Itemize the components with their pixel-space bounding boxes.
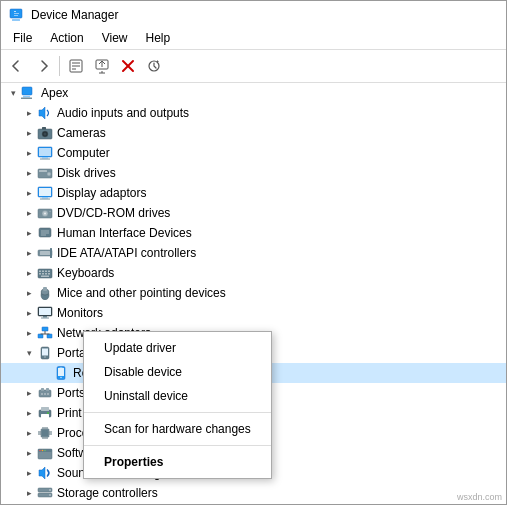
tree-item-mice[interactable]: Mice and other pointing devices [1, 283, 506, 303]
svg-rect-17 [21, 98, 32, 100]
expand-apex[interactable] [5, 85, 21, 101]
expand-computer[interactable] [21, 145, 37, 161]
monitors-icon [37, 305, 53, 321]
back-button[interactable] [5, 54, 29, 78]
mice-icon [37, 285, 53, 301]
svg-rect-62 [41, 318, 49, 319]
svg-rect-84 [41, 414, 49, 418]
tree-item-audio[interactable]: Audio inputs and outputs [1, 103, 506, 123]
context-menu-scan[interactable]: Scan for hardware changes [84, 417, 271, 441]
title-bar-icon [9, 7, 25, 23]
tree-item-keyboards[interactable]: Keyboards [1, 263, 506, 283]
watermark: wsxdn.com [457, 492, 502, 502]
svg-point-80 [44, 393, 46, 395]
tree-item-hid[interactable]: Human Interface Devices [1, 223, 506, 243]
svg-rect-65 [47, 334, 52, 338]
storage-icon [37, 485, 53, 501]
svg-rect-63 [42, 327, 48, 331]
context-menu-properties[interactable]: Properties [84, 450, 271, 474]
svg-rect-83 [41, 407, 49, 411]
svg-rect-50 [39, 273, 41, 275]
context-menu-uninstall[interactable]: Uninstall device [84, 384, 271, 408]
tree-item-cameras[interactable]: Cameras [1, 123, 506, 143]
context-menu-disable[interactable]: Disable device [84, 360, 271, 384]
tree-item-storage[interactable]: Storage controllers [1, 483, 506, 503]
redmi-icon [53, 365, 69, 381]
expand-audio[interactable] [21, 105, 37, 121]
expand-cameras[interactable] [21, 125, 37, 141]
context-menu: Update driver Disable device Uninstall d… [83, 331, 272, 479]
expand-print[interactable] [21, 405, 37, 421]
menu-file[interactable]: File [5, 29, 40, 47]
expand-storage[interactable] [21, 485, 37, 501]
svg-rect-58 [43, 287, 47, 291]
svg-rect-3 [14, 13, 19, 14]
expand-display[interactable] [21, 185, 37, 201]
expand-sound[interactable] [21, 465, 37, 481]
svg-point-81 [47, 393, 49, 395]
expand-network[interactable] [21, 325, 37, 341]
expand-mice[interactable] [21, 285, 37, 301]
svg-rect-73 [58, 368, 64, 376]
svg-rect-31 [39, 188, 51, 196]
svg-rect-53 [48, 273, 50, 275]
expand-portable[interactable] [21, 345, 37, 361]
scan-button[interactable] [142, 54, 166, 78]
expand-ide[interactable] [21, 245, 37, 261]
svg-rect-32 [42, 197, 48, 199]
svg-rect-28 [39, 170, 47, 172]
tree-item-display[interactable]: Display adaptors [1, 183, 506, 203]
tree-item-disk[interactable]: Disk drives [1, 163, 506, 183]
keyboards-label: Keyboards [57, 266, 114, 280]
dvd-label: DVD/CD-ROM drives [57, 206, 170, 220]
expand-monitors[interactable] [21, 305, 37, 321]
tree-item-ide[interactable]: IDE ATA/ATAPI controllers [1, 243, 506, 263]
proc-icon [37, 425, 53, 441]
svg-point-102 [44, 450, 46, 452]
svg-rect-26 [40, 159, 50, 160]
disk-icon [37, 165, 53, 181]
tree-item-computer[interactable]: Computer [1, 143, 506, 163]
menu-help[interactable]: Help [138, 29, 179, 47]
expand-hid[interactable] [21, 225, 37, 241]
expand-soft[interactable] [21, 445, 37, 461]
tree-item-dvd[interactable]: DVD/CD-ROM drives [1, 203, 506, 223]
tree-item-monitors[interactable]: Monitors [1, 303, 506, 323]
svg-rect-51 [42, 273, 44, 275]
forward-button[interactable] [31, 54, 55, 78]
menu-action[interactable]: Action [42, 29, 91, 47]
display-icon [37, 185, 53, 201]
context-menu-update-driver[interactable]: Update driver [84, 336, 271, 360]
svg-marker-18 [39, 107, 45, 119]
svg-rect-47 [42, 271, 44, 273]
svg-rect-1 [12, 19, 20, 21]
svg-rect-64 [38, 334, 43, 338]
tree-item-apex[interactable]: Apex [1, 83, 506, 103]
properties-button[interactable] [64, 54, 88, 78]
hid-icon [37, 225, 53, 241]
audio-label: Audio inputs and outputs [57, 106, 189, 120]
expand-disk[interactable] [21, 165, 37, 181]
svg-rect-22 [42, 127, 46, 130]
expand-dvd[interactable] [21, 205, 37, 221]
tree-item-sys[interactable]: System devices [1, 503, 506, 504]
toolbar-sep-1 [59, 56, 60, 76]
svg-rect-49 [48, 271, 50, 273]
cameras-icon [37, 125, 53, 141]
expand-ports[interactable] [21, 385, 37, 401]
menu-view[interactable]: View [94, 29, 136, 47]
expand-keyboards[interactable] [21, 265, 37, 281]
svg-rect-60 [39, 308, 51, 315]
tree-content[interactable]: Apex Audio inputs and outputs [1, 83, 506, 504]
expand-proc[interactable] [21, 425, 37, 441]
keyboards-icon [37, 265, 53, 281]
svg-marker-103 [39, 467, 45, 479]
update-driver-button[interactable] [90, 54, 114, 78]
svg-point-74 [60, 377, 62, 379]
title-bar-text: Device Manager [31, 8, 118, 22]
svg-rect-37 [49, 211, 51, 212]
audio-icon [37, 105, 53, 121]
dvd-icon [37, 205, 53, 221]
display-label: Display adaptors [57, 186, 146, 200]
uninstall-button[interactable] [116, 54, 140, 78]
